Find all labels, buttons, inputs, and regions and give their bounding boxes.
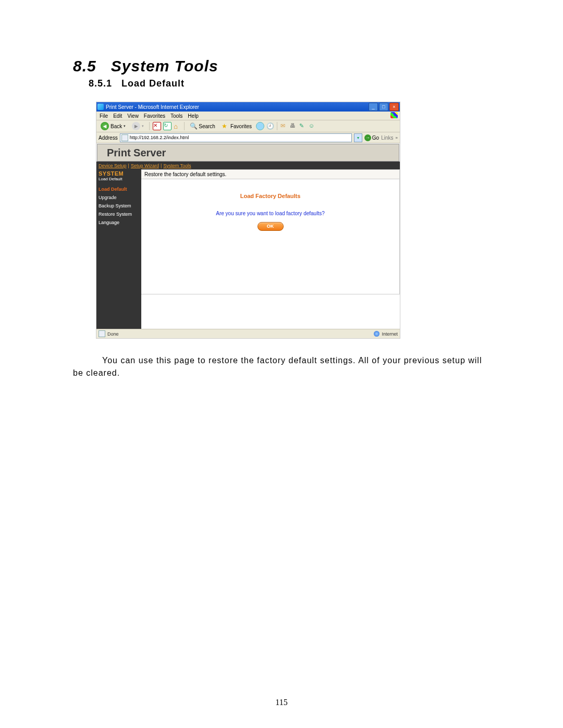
ie-logo-icon (97, 104, 104, 110)
go-icon: → (364, 134, 371, 141)
menu-edit[interactable]: Edit (113, 113, 122, 119)
tab-setup-wizard[interactable]: Setup Wizard (131, 163, 159, 168)
tab-device-setup[interactable]: Device Setup (99, 163, 127, 168)
addressbar: Address http://192.168.2.2/index.html ▾ … (96, 132, 400, 143)
menu-tools[interactable]: Tools (170, 113, 182, 119)
search-button[interactable]: 🔍 Search (188, 122, 217, 130)
section-number: 8.5 (73, 57, 96, 75)
toolbar: ◄ Back ▾ ► ▾ ✕ ↻ ⌂ 🔍 Search ★ Favorites … (96, 120, 400, 132)
menu-file[interactable]: File (100, 113, 108, 119)
sidebar-item-language[interactable]: Language (99, 220, 139, 225)
minimize-button[interactable]: _ (369, 103, 378, 111)
page-icon (99, 330, 105, 337)
refresh-button[interactable]: ↻ (163, 122, 172, 130)
window-titlebar: Print Server - Microsoft Internet Explor… (96, 102, 400, 112)
body-text: You can use this page to restore the fac… (73, 356, 482, 377)
internet-zone-icon (374, 331, 380, 337)
top-nav: Device Setup | Setup Wizard | System Too… (96, 162, 400, 169)
toolbar-separator (149, 122, 150, 130)
favorites-button[interactable]: ★ Favorites (219, 122, 254, 130)
stop-button[interactable]: ✕ (153, 122, 161, 130)
sidebar-item-restore-system[interactable]: Restore System (99, 212, 139, 217)
chevron-down-icon: ▾ (124, 124, 126, 128)
sidebar-heading: SYSTEM (99, 170, 139, 177)
subsection-title-text: Load Default (121, 78, 185, 89)
address-input[interactable]: http://192.168.2.2/index.html (120, 133, 352, 142)
home-button[interactable]: ⌂ (174, 122, 181, 130)
browser-viewport: Print Server Device Setup | Setup Wizard… (96, 143, 400, 329)
ok-button[interactable]: OK (258, 222, 284, 231)
history-button[interactable]: 🕘 (266, 122, 274, 130)
tab-system-tools[interactable]: System Tools (163, 163, 191, 168)
mail-button[interactable]: ✉ (280, 122, 288, 130)
forward-icon: ► (132, 122, 140, 130)
panel-title: Load Factory Defaults (141, 193, 399, 199)
links-label[interactable]: Links (381, 135, 393, 141)
go-button[interactable]: → Go (364, 134, 379, 141)
page-number: 115 (0, 698, 563, 707)
back-button[interactable]: ◄ Back ▾ (99, 121, 128, 131)
menu-view[interactable]: View (127, 113, 139, 119)
sidebar: SYSTEM Load Default Load Default Upgrade… (96, 169, 141, 329)
toolbar-separator (277, 122, 277, 130)
sidebar-subheading: Load Default (99, 177, 139, 181)
edit-button[interactable]: ✎ (299, 122, 307, 130)
main-content: Restore the factory default settings. Lo… (141, 169, 400, 329)
back-icon: ◄ (101, 122, 109, 130)
confirm-question: Are you sure you want to load factory de… (141, 211, 399, 216)
section-title-text: System Tools (111, 57, 218, 75)
nav-separator: | (128, 163, 129, 168)
status-zone: Internet (382, 331, 398, 337)
discuss-button[interactable]: ☺ (309, 122, 316, 130)
favorites-label: Favorites (230, 124, 252, 129)
address-value: http://192.168.2.2/index.html (130, 135, 189, 140)
window-title: Print Server - Microsoft Internet Explor… (106, 104, 199, 110)
subsection-number: 8.5.1 (89, 78, 112, 89)
print-button[interactable]: 🖶 (290, 122, 297, 130)
close-button[interactable]: × (389, 103, 399, 111)
menu-favorites[interactable]: Favorites (144, 113, 165, 119)
menu-help[interactable]: Help (188, 113, 199, 119)
media-button[interactable] (256, 122, 264, 130)
subsection-heading: 8.5.1 Load Default (89, 78, 490, 89)
screenshot-browser-window: Print Server - Microsoft Internet Explor… (96, 102, 400, 339)
sidebar-item-backup-system[interactable]: Backup System (99, 203, 139, 208)
search-label: Search (199, 124, 215, 129)
chevron-right-icon: » (396, 135, 398, 140)
toolbar-separator (184, 122, 185, 130)
chevron-down-icon: ▾ (142, 124, 144, 128)
status-text: Done (107, 331, 119, 337)
body-paragraph: You can use this page to restore the fac… (73, 354, 490, 379)
address-label: Address (99, 135, 118, 141)
sidebar-item-upgrade[interactable]: Upgrade (99, 195, 139, 200)
app-title: Print Server (107, 147, 166, 159)
maximize-button[interactable]: □ (379, 103, 388, 111)
description-strip: Restore the factory default settings. (141, 170, 399, 179)
back-label: Back (111, 124, 122, 129)
nav-separator: | (161, 163, 162, 168)
forward-button[interactable]: ► ▾ (130, 121, 146, 131)
windows-flag-icon (390, 112, 398, 118)
app-header: Print Server (97, 144, 399, 162)
search-icon: 🔍 (190, 122, 197, 130)
menubar: File Edit View Favorites Tools Help (96, 112, 400, 120)
section-heading: 8.5 System Tools (73, 57, 490, 75)
address-dropdown[interactable]: ▾ (354, 133, 362, 142)
star-icon: ★ (222, 122, 229, 130)
sidebar-item-load-default[interactable]: Load Default (99, 187, 139, 192)
page-icon (121, 134, 128, 141)
go-label: Go (372, 135, 379, 141)
statusbar: Done Internet (96, 329, 400, 338)
